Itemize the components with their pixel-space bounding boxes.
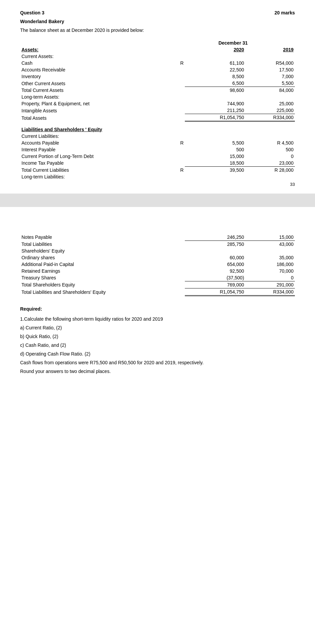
required-label: Required: [20,306,295,312]
total-liabilities-row: Total Liabilities 285,750 43,000 [20,240,295,248]
total-shareholders-equity-row: Total Shareholders Equity 769,000 291,00… [20,281,295,288]
col-2019-header: 2019 [246,46,295,53]
total-current-assets-row: Total Current Assets 98,600 84,000 [20,87,295,94]
question-item-c: c) Cash Ratio, and (2) [20,342,295,348]
longterm-assets-heading: Long-term Assets: [20,94,295,100]
company-name: Wonderland Bakery [20,19,295,24]
table-row: Interest Payable 500 500 [20,146,295,153]
table-row: Notes Payable 246,250 15,000 [20,234,295,241]
dec31-header: December 31 [171,40,295,46]
total-assets-row: Total Assets R1,054,750 R334,000 [20,114,295,121]
intro-text: The balance sheet as at December 2020 is… [20,28,295,33]
table-row: Additional Paid-in Capital 654,000 186,0… [20,261,295,268]
longterm-liabilities-heading: Long-term Liabilities: [20,173,295,180]
page-2: Notes Payable 246,250 15,000 Total Liabi… [0,207,315,384]
table-row: Accounts Receivable 22,500 17,500 [20,66,295,73]
question-item-b: b) Quick Ratio, (2) [20,334,295,339]
total-current-liabilities-row: Total Current Liabilities R 39,500 R 28,… [20,166,295,173]
marks-title: 20 marks [274,10,295,15]
question-title: Question 3 [20,10,44,15]
question-item-1: 1.Calculate the following short-term liq… [20,316,295,322]
liabilities-heading: Liabilities and Shareholders ' Equity [20,126,295,133]
table-row: Property, Plant & Equipment, net 744,900… [20,100,295,107]
question-item-a: a) Current Ratio, (2) [20,325,295,330]
question-item-d: d) Operating Cash Flow Ratio. (2) [20,351,295,357]
table-row: Inventory 8,500 7,000 [20,73,295,80]
table-row: Treasury Shares (37,500) 0 [20,274,295,281]
table-row: Accounts Payable R 5,500 R 4,500 [20,140,295,146]
balance-sheet-table-continued: Notes Payable 246,250 15,000 Total Liabi… [20,217,295,296]
current-liabilities-heading: Current Liabilities: [20,133,295,140]
table-row: Other Current Assets 6,500 5,500 [20,80,295,87]
balance-sheet-table: December 31 Assets: 2020 2019 Current As… [20,40,295,180]
shareholders-equity-heading: Shareholders' Equity [20,248,295,254]
table-row: Retained Earnings 92,500 70,000 [20,268,295,274]
total-liabilities-equity-row: Total Liabilities and Shareholders' Equi… [20,288,295,296]
page-number: 33 [290,182,295,187]
required-section: Required: 1.Calculate the following shor… [20,306,295,374]
table-row: Intangible Assets 211,250 225,000 [20,107,295,114]
table-row: Income Tax Payable 18,500 23,000 [20,160,295,167]
page-break [0,194,315,207]
page-1: Question 3 20 marks Wonderland Bakery Th… [0,0,315,194]
current-assets-heading: Current Assets: [20,53,295,60]
assets-label: Assets: [20,46,171,53]
header-row: Question 3 20 marks [20,10,295,15]
table-row: Current Portion of Long-Term Debt 15,000… [20,153,295,160]
col-2020-header: 2020 [185,46,245,53]
table-row: Cash R 61,100 R54,000 [20,60,295,66]
cash-flow-note: Cash flows from operations were R75,500 … [20,360,295,365]
table-row: Ordinary shares 60,000 35,000 [20,254,295,261]
round-note: Round your answers to two decimal places… [20,369,295,374]
